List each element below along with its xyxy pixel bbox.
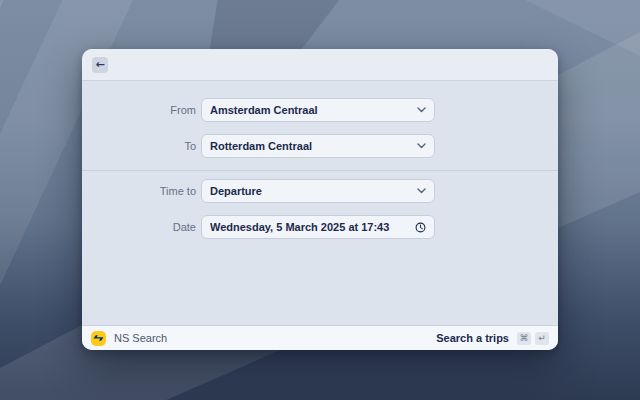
- desktop: ← From Amsterdam Centraal To Rotterdam C…: [0, 0, 640, 400]
- app-name: NS Search: [114, 332, 167, 344]
- date-picker[interactable]: Wednesday, 5 March 2025 at 17:43: [201, 215, 435, 239]
- to-dropdown[interactable]: Rotterdam Centraal: [201, 134, 435, 158]
- back-arrow-icon: ←: [95, 59, 104, 70]
- ns-search-window: ← From Amsterdam Centraal To Rotterdam C…: [82, 49, 558, 350]
- time-to-dropdown[interactable]: Departure: [201, 179, 435, 203]
- return-key-icon: ↵: [535, 332, 549, 345]
- date-value: Wednesday, 5 March 2025 at 17:43: [210, 221, 415, 233]
- ns-logo-icon: [91, 331, 106, 346]
- from-value: Amsterdam Centraal: [210, 104, 417, 116]
- form-row-time-to: Time to Departure: [82, 179, 558, 203]
- trip-form: From Amsterdam Centraal To Rotterdam Cen…: [82, 81, 558, 325]
- from-label: From: [82, 104, 196, 116]
- action-label: Search a trips: [436, 332, 509, 344]
- search-a-trips-action[interactable]: Search a trips ⌘ ↵: [436, 332, 549, 345]
- to-value: Rotterdam Centraal: [210, 140, 417, 152]
- chevron-down-icon: [417, 188, 426, 194]
- chevron-down-icon: [417, 107, 426, 113]
- time-to-value: Departure: [210, 185, 417, 197]
- time-to-label: Time to: [82, 185, 196, 197]
- date-label: Date: [82, 221, 196, 233]
- command-key-icon: ⌘: [517, 332, 531, 345]
- window-header: ←: [82, 49, 558, 81]
- to-label: To: [82, 140, 196, 152]
- clock-icon: [415, 222, 426, 233]
- chevron-down-icon: [417, 143, 426, 149]
- form-row-date: Date Wednesday, 5 March 2025 at 17:43: [82, 215, 558, 239]
- back-button[interactable]: ←: [92, 57, 108, 73]
- window-footer: NS Search Search a trips ⌘ ↵: [82, 325, 558, 350]
- form-row-from: From Amsterdam Centraal: [82, 98, 558, 122]
- from-dropdown[interactable]: Amsterdam Centraal: [201, 98, 435, 122]
- form-section-divider: [82, 170, 558, 171]
- form-row-to: To Rotterdam Centraal: [82, 134, 558, 158]
